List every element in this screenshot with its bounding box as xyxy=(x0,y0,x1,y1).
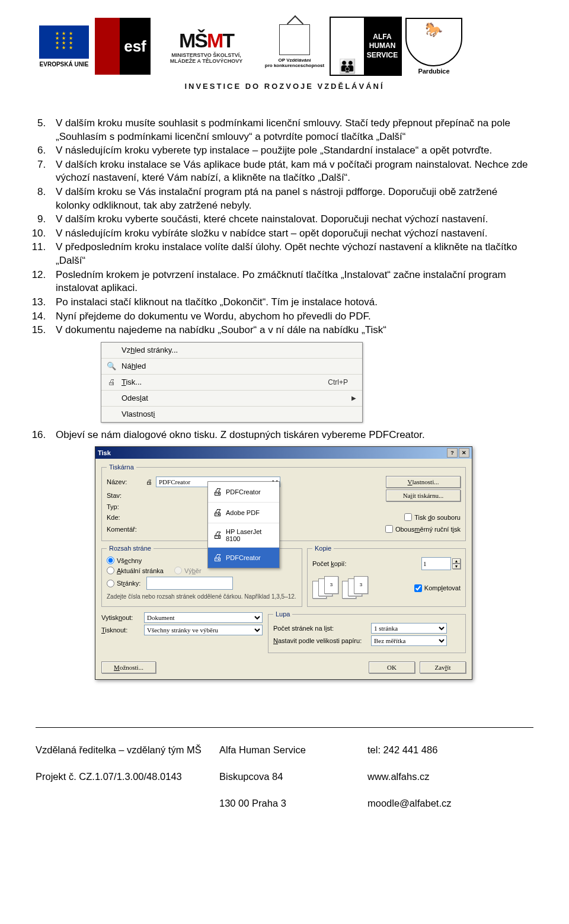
range-pages-radio[interactable]: Stránky: xyxy=(107,577,297,590)
pardubice-logo: 🐎 Pardubice xyxy=(404,18,463,75)
printer-option[interactable]: 🖨Adobe PDF xyxy=(208,503,279,523)
help-button[interactable]: ? xyxy=(447,448,458,458)
printer-option-selected[interactable]: 🖨PDFCreator xyxy=(208,548,279,568)
options-button[interactable]: Možnosti... xyxy=(101,661,156,673)
pages-per-sheet-select[interactable]: 1 stránka xyxy=(371,623,447,634)
list-item: Nyní přejdeme do dokumentu ve Wordu, aby… xyxy=(49,310,533,324)
msmt-logo: MŠMT MINISTERSTVO ŠKOLSTVÍ, MLÁDEŽE A TĚ… xyxy=(153,18,260,75)
magnify-legend: Lupa xyxy=(273,610,292,618)
copies-fieldset: Kopie Počet kopií: ▲ ▼ 1 2 xyxy=(307,545,466,607)
printer-where-label: Kde: xyxy=(107,514,146,521)
properties-button[interactable]: Vlastnosti... xyxy=(386,476,461,488)
menu-item-properties[interactable]: Vlastnosti xyxy=(101,407,362,422)
file-menu-screenshot: Vzhled stránky... 🔍 Náhled 🖨 Tisk... Ctr… xyxy=(101,342,363,423)
pages-per-sheet-label: Počet stránek na list: xyxy=(273,625,371,632)
ok-button[interactable]: OK xyxy=(369,661,415,673)
manual-duplex-checkbox[interactable]: Obousměrný ruční tisk xyxy=(385,525,461,533)
collate-icon: 1 2 3 xyxy=(312,576,342,600)
list-item: V následujícím kroku vybíráte složku v n… xyxy=(49,227,533,241)
print-pages-label: Tisknout: xyxy=(101,626,144,634)
printer-name-label: Název: xyxy=(107,478,146,485)
range-note: Zadejte čísla nebo rozsah stránek odděle… xyxy=(107,591,297,600)
scale-label: Nastavit podle velikosti papíru: xyxy=(273,637,371,644)
invest-tagline: INVESTICE DO ROZVOJE VZDĚLÁVÁNÍ xyxy=(36,82,533,91)
menu-item-print[interactable]: 🖨 Tisk... Ctrl+P xyxy=(101,375,362,391)
opvk-logo: OP Vzdělávání pro konkurenceschopnost xyxy=(262,18,327,75)
footer-project-title: Vzdělaná ředitelka – vzdělaný tým MŠ xyxy=(36,744,219,756)
range-current-radio[interactable]: Aktuální stránka xyxy=(107,567,164,574)
print-dialog-screenshot: Tisk ? ✕ Tiskárna Název: 🖨 PDFCreator Vl… xyxy=(95,446,472,680)
list-item: Posledním krokem je potvrzení instalace.… xyxy=(49,268,533,295)
list-item: V předposledním kroku instalace volíte d… xyxy=(49,241,533,267)
print-to-file-checkbox[interactable]: Tisk do souboru xyxy=(404,513,461,521)
logo-strip: EVROPSKÁ UNIE esf MŠMT MINISTERSTVO ŠKOL… xyxy=(36,17,533,76)
footer-org: Alfa Human Service xyxy=(219,744,367,756)
instruction-list: V dalším kroku musíte souhlasit s podmín… xyxy=(36,117,533,337)
list-item: V následujícím kroku vyberete typ instal… xyxy=(49,144,533,158)
find-printer-button[interactable]: Najít tiskárnu... xyxy=(386,490,461,501)
copies-legend: Kopie xyxy=(312,545,334,552)
eu-logo: EVROPSKÁ UNIE xyxy=(36,18,92,75)
collate-icon: 1 2 3 xyxy=(342,576,372,600)
printer-dropdown-list[interactable]: 🖨PDFCreator 🖨Adobe PDF 🖨HP LaserJet 8100… xyxy=(207,481,280,568)
scale-select[interactable]: Bez měřítka xyxy=(371,635,447,646)
range-pages-input[interactable] xyxy=(146,577,233,590)
close-icon[interactable]: ✕ xyxy=(459,448,469,458)
footer-address: Biskupcova 84 xyxy=(219,771,367,782)
dialog-title: Tisk xyxy=(98,449,111,456)
copies-down-button[interactable]: ▼ xyxy=(452,564,461,569)
list-item: V dalších kroku instalace se Vás aplikac… xyxy=(49,158,533,185)
ahs-logo: 👪 ALFA HUMAN SERVICE xyxy=(330,17,402,76)
printer-option[interactable]: 🖨PDFCreator xyxy=(208,482,279,503)
printer-legend: Tiskárna xyxy=(107,463,136,471)
list-item: V dokumentu najedeme na nabídku „Soubor“… xyxy=(49,324,533,337)
close-button[interactable]: Zavřít xyxy=(420,661,466,673)
print-what-label: Vytisknout: xyxy=(101,614,144,621)
list-item: Po instalaci stačí kliknout na tlačítko … xyxy=(49,296,533,309)
menu-item-page-setup[interactable]: Vzhled stránky... xyxy=(101,343,362,359)
menu-item-send[interactable]: Odeslat ▶ xyxy=(101,391,362,407)
copies-up-button[interactable]: ▲ xyxy=(452,558,461,564)
list-item: V dalším kroku se Vás instalační program… xyxy=(49,186,533,212)
printer-type-label: Typ: xyxy=(107,503,146,510)
page-footer: Vzdělaná ředitelka – vzdělaný tým MŠ Alf… xyxy=(36,727,533,809)
range-legend: Rozsah stráne xyxy=(107,545,154,552)
copies-label: Počet kopií: xyxy=(312,560,346,567)
menu-shortcut: Ctrl+P xyxy=(328,378,348,386)
footer-project-num: Projekt č. CZ.1.07/1.3.00/48.0143 xyxy=(36,771,219,782)
print-what-select[interactable]: Dokument xyxy=(144,612,263,623)
esf-logo: esf xyxy=(95,18,151,75)
range-selection-radio: Výběr xyxy=(174,567,202,574)
magnify-fieldset: Lupa Počet stránek na list: 1 stránka Na… xyxy=(268,610,466,653)
printer-option[interactable]: 🖨HP LaserJet 8100 xyxy=(208,523,279,548)
print-icon: 🖨 xyxy=(105,378,118,386)
list-item: Objeví se nám dialogové okno tisku. Z do… xyxy=(49,429,533,442)
print-pages-select[interactable]: Všechny stránky ve výběru xyxy=(144,625,263,635)
printer-comment-label: Komentář: xyxy=(107,526,146,533)
footer-web: www.alfahs.cz xyxy=(367,771,533,782)
eu-label: EVROPSKÁ UNIE xyxy=(40,61,89,68)
menu-item-preview[interactable]: 🔍 Náhled xyxy=(101,359,362,375)
list-item: V dalším kroku vyberte součásti, které c… xyxy=(49,213,533,226)
printer-state-label: Stav: xyxy=(107,492,146,499)
footer-city: 130 00 Praha 3 xyxy=(219,798,367,809)
footer-email: moodle@alfabet.cz xyxy=(367,798,533,809)
collate-checkbox[interactable]: Kompletovat xyxy=(414,584,461,592)
list-item: V dalším kroku musíte souhlasit s podmín… xyxy=(49,117,533,143)
footer-tel: tel: 242 441 486 xyxy=(367,744,533,756)
copies-input[interactable] xyxy=(421,557,451,570)
printer-fieldset: Tiskárna Název: 🖨 PDFCreator Vlastnosti.… xyxy=(101,463,466,541)
dialog-title-bar: Tisk ? ✕ xyxy=(95,447,472,459)
preview-icon: 🔍 xyxy=(105,362,118,370)
